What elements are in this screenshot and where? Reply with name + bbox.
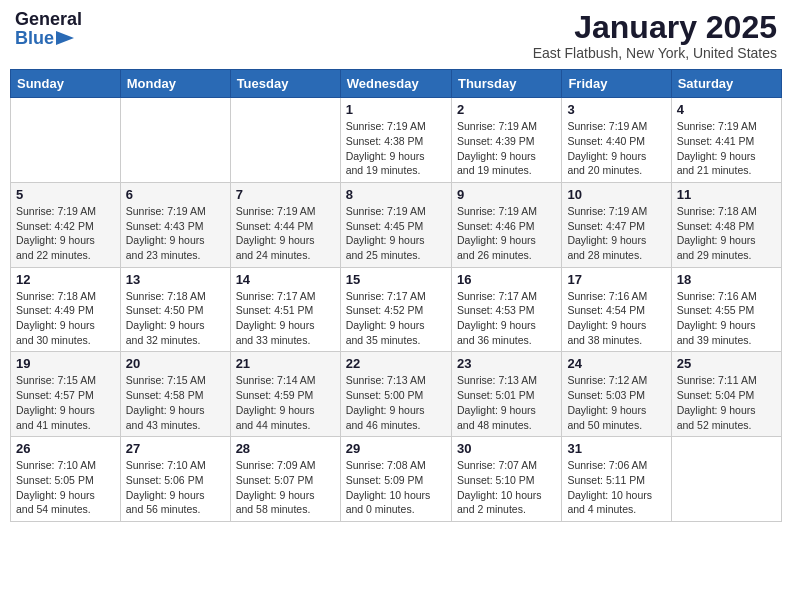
day-info: Sunrise: 7:13 AM Sunset: 5:00 PM Dayligh… — [346, 373, 446, 432]
day-number: 5 — [16, 187, 115, 202]
day-info: Sunrise: 7:19 AM Sunset: 4:44 PM Dayligh… — [236, 204, 335, 263]
calendar-week-row: 19Sunrise: 7:15 AM Sunset: 4:57 PM Dayli… — [11, 352, 782, 437]
day-info: Sunrise: 7:12 AM Sunset: 5:03 PM Dayligh… — [567, 373, 665, 432]
day-info: Sunrise: 7:19 AM Sunset: 4:46 PM Dayligh… — [457, 204, 556, 263]
day-info: Sunrise: 7:17 AM Sunset: 4:52 PM Dayligh… — [346, 289, 446, 348]
day-number: 23 — [457, 356, 556, 371]
calendar-cell: 1Sunrise: 7:19 AM Sunset: 4:38 PM Daylig… — [340, 98, 451, 183]
calendar-day-header: Thursday — [451, 70, 561, 98]
calendar-day-header: Saturday — [671, 70, 781, 98]
calendar-week-row: 26Sunrise: 7:10 AM Sunset: 5:05 PM Dayli… — [11, 437, 782, 522]
page-subtitle: East Flatbush, New York, United States — [533, 45, 777, 61]
day-number: 30 — [457, 441, 556, 456]
calendar-cell: 13Sunrise: 7:18 AM Sunset: 4:50 PM Dayli… — [120, 267, 230, 352]
day-info: Sunrise: 7:19 AM Sunset: 4:47 PM Dayligh… — [567, 204, 665, 263]
day-number: 19 — [16, 356, 115, 371]
day-number: 31 — [567, 441, 665, 456]
day-info: Sunrise: 7:06 AM Sunset: 5:11 PM Dayligh… — [567, 458, 665, 517]
calendar-cell: 20Sunrise: 7:15 AM Sunset: 4:58 PM Dayli… — [120, 352, 230, 437]
calendar-cell: 14Sunrise: 7:17 AM Sunset: 4:51 PM Dayli… — [230, 267, 340, 352]
day-number: 15 — [346, 272, 446, 287]
calendar-day-header: Monday — [120, 70, 230, 98]
calendar-week-row: 1Sunrise: 7:19 AM Sunset: 4:38 PM Daylig… — [11, 98, 782, 183]
day-info: Sunrise: 7:08 AM Sunset: 5:09 PM Dayligh… — [346, 458, 446, 517]
day-number: 12 — [16, 272, 115, 287]
logo-text-line1: General — [15, 9, 82, 29]
calendar-cell: 27Sunrise: 7:10 AM Sunset: 5:06 PM Dayli… — [120, 437, 230, 522]
day-number: 14 — [236, 272, 335, 287]
calendar-cell: 25Sunrise: 7:11 AM Sunset: 5:04 PM Dayli… — [671, 352, 781, 437]
calendar-cell: 3Sunrise: 7:19 AM Sunset: 4:40 PM Daylig… — [562, 98, 671, 183]
day-number: 21 — [236, 356, 335, 371]
calendar-cell: 12Sunrise: 7:18 AM Sunset: 4:49 PM Dayli… — [11, 267, 121, 352]
calendar-cell — [671, 437, 781, 522]
day-info: Sunrise: 7:15 AM Sunset: 4:57 PM Dayligh… — [16, 373, 115, 432]
day-info: Sunrise: 7:10 AM Sunset: 5:05 PM Dayligh… — [16, 458, 115, 517]
calendar-cell: 28Sunrise: 7:09 AM Sunset: 5:07 PM Dayli… — [230, 437, 340, 522]
day-number: 2 — [457, 102, 556, 117]
calendar-cell: 24Sunrise: 7:12 AM Sunset: 5:03 PM Dayli… — [562, 352, 671, 437]
day-number: 17 — [567, 272, 665, 287]
day-number: 25 — [677, 356, 776, 371]
svg-marker-0 — [56, 31, 74, 45]
calendar-cell: 22Sunrise: 7:13 AM Sunset: 5:00 PM Dayli… — [340, 352, 451, 437]
calendar-header-row: SundayMondayTuesdayWednesdayThursdayFrid… — [11, 70, 782, 98]
calendar-cell: 29Sunrise: 7:08 AM Sunset: 5:09 PM Dayli… — [340, 437, 451, 522]
calendar-cell: 26Sunrise: 7:10 AM Sunset: 5:05 PM Dayli… — [11, 437, 121, 522]
day-number: 11 — [677, 187, 776, 202]
calendar-cell: 6Sunrise: 7:19 AM Sunset: 4:43 PM Daylig… — [120, 182, 230, 267]
day-info: Sunrise: 7:15 AM Sunset: 4:58 PM Dayligh… — [126, 373, 225, 432]
calendar-day-header: Tuesday — [230, 70, 340, 98]
day-number: 1 — [346, 102, 446, 117]
day-number: 27 — [126, 441, 225, 456]
day-info: Sunrise: 7:10 AM Sunset: 5:06 PM Dayligh… — [126, 458, 225, 517]
day-info: Sunrise: 7:19 AM Sunset: 4:38 PM Dayligh… — [346, 119, 446, 178]
calendar-cell: 5Sunrise: 7:19 AM Sunset: 4:42 PM Daylig… — [11, 182, 121, 267]
day-number: 24 — [567, 356, 665, 371]
title-block: January 2025 East Flatbush, New York, Un… — [533, 10, 777, 61]
calendar-table: SundayMondayTuesdayWednesdayThursdayFrid… — [10, 69, 782, 522]
calendar-cell: 31Sunrise: 7:06 AM Sunset: 5:11 PM Dayli… — [562, 437, 671, 522]
page-title: January 2025 — [533, 10, 777, 45]
calendar-cell: 16Sunrise: 7:17 AM Sunset: 4:53 PM Dayli… — [451, 267, 561, 352]
calendar-cell — [230, 98, 340, 183]
day-number: 10 — [567, 187, 665, 202]
calendar-cell — [11, 98, 121, 183]
day-info: Sunrise: 7:09 AM Sunset: 5:07 PM Dayligh… — [236, 458, 335, 517]
calendar-cell: 19Sunrise: 7:15 AM Sunset: 4:57 PM Dayli… — [11, 352, 121, 437]
day-number: 18 — [677, 272, 776, 287]
day-info: Sunrise: 7:17 AM Sunset: 4:53 PM Dayligh… — [457, 289, 556, 348]
day-number: 22 — [346, 356, 446, 371]
day-info: Sunrise: 7:18 AM Sunset: 4:48 PM Dayligh… — [677, 204, 776, 263]
logo: General Blue — [15, 10, 82, 47]
day-info: Sunrise: 7:19 AM Sunset: 4:45 PM Dayligh… — [346, 204, 446, 263]
calendar-cell: 18Sunrise: 7:16 AM Sunset: 4:55 PM Dayli… — [671, 267, 781, 352]
calendar-week-row: 5Sunrise: 7:19 AM Sunset: 4:42 PM Daylig… — [11, 182, 782, 267]
day-info: Sunrise: 7:18 AM Sunset: 4:50 PM Dayligh… — [126, 289, 225, 348]
calendar-cell: 15Sunrise: 7:17 AM Sunset: 4:52 PM Dayli… — [340, 267, 451, 352]
day-info: Sunrise: 7:16 AM Sunset: 4:54 PM Dayligh… — [567, 289, 665, 348]
day-info: Sunrise: 7:16 AM Sunset: 4:55 PM Dayligh… — [677, 289, 776, 348]
day-number: 4 — [677, 102, 776, 117]
calendar-cell: 2Sunrise: 7:19 AM Sunset: 4:39 PM Daylig… — [451, 98, 561, 183]
day-number: 3 — [567, 102, 665, 117]
calendar-cell: 7Sunrise: 7:19 AM Sunset: 4:44 PM Daylig… — [230, 182, 340, 267]
logo-arrow-icon — [56, 31, 74, 45]
calendar-cell: 30Sunrise: 7:07 AM Sunset: 5:10 PM Dayli… — [451, 437, 561, 522]
day-info: Sunrise: 7:11 AM Sunset: 5:04 PM Dayligh… — [677, 373, 776, 432]
day-number: 20 — [126, 356, 225, 371]
day-info: Sunrise: 7:19 AM Sunset: 4:39 PM Dayligh… — [457, 119, 556, 178]
day-info: Sunrise: 7:19 AM Sunset: 4:40 PM Dayligh… — [567, 119, 665, 178]
day-number: 16 — [457, 272, 556, 287]
day-number: 6 — [126, 187, 225, 202]
calendar-cell: 23Sunrise: 7:13 AM Sunset: 5:01 PM Dayli… — [451, 352, 561, 437]
day-number: 9 — [457, 187, 556, 202]
calendar-cell: 9Sunrise: 7:19 AM Sunset: 4:46 PM Daylig… — [451, 182, 561, 267]
day-number: 26 — [16, 441, 115, 456]
day-info: Sunrise: 7:18 AM Sunset: 4:49 PM Dayligh… — [16, 289, 115, 348]
calendar-day-header: Sunday — [11, 70, 121, 98]
day-number: 8 — [346, 187, 446, 202]
calendar-day-header: Wednesday — [340, 70, 451, 98]
day-number: 28 — [236, 441, 335, 456]
calendar-cell — [120, 98, 230, 183]
